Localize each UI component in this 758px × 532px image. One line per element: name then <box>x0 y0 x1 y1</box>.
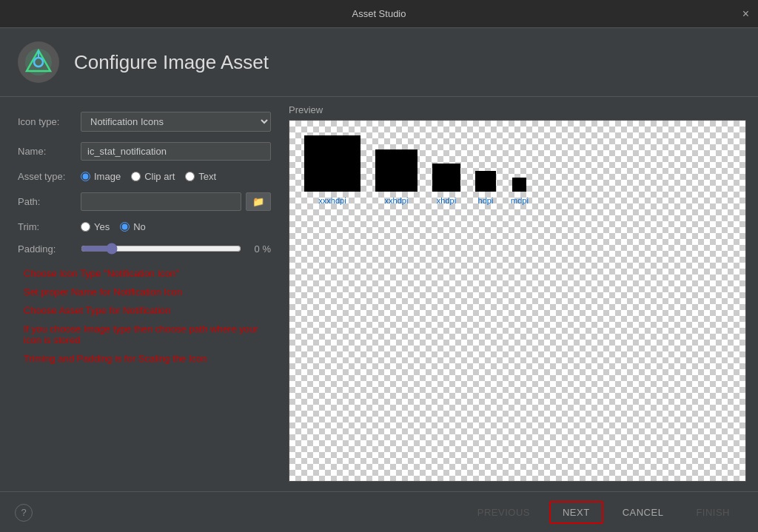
icon-xxhdpi-label: xxhdpi <box>385 196 409 205</box>
path-label: Path: <box>18 196 81 207</box>
padding-control: 0 % <box>81 243 271 255</box>
instruction-2: Set proper Name for Notification Icon <box>24 286 271 297</box>
left-panel: Icon type: Notification Icons Launcher I… <box>0 97 289 491</box>
header: Configure Image Asset <box>0 28 758 97</box>
icon-mdpi-label: mdpi <box>511 196 529 205</box>
icon-hdpi-block <box>475 171 496 192</box>
icon-type-select[interactable]: Notification Icons Launcher Icons Action… <box>81 112 271 132</box>
instruction-4: If you choose Image type then choose pat… <box>24 323 271 346</box>
icon-xxxhdpi-block <box>304 135 360 192</box>
previous-button[interactable]: PREVIOUS <box>464 501 543 524</box>
trim-yes-label: Yes <box>94 221 110 232</box>
name-label: Name: <box>18 146 81 157</box>
bottom-buttons: PREVIOUS NEXT CANCEL FINISH <box>464 501 743 524</box>
asset-type-control: Image Clip art Text <box>81 171 271 182</box>
name-row: Name: <box>18 142 271 161</box>
icon-hdpi: hdpi <box>475 171 496 205</box>
name-input[interactable] <box>81 142 271 161</box>
icon-xxhdpi: xxhdpi <box>375 149 417 205</box>
instruction-3: Choose Asset Type for Notification <box>24 305 271 316</box>
icon-xhdpi-block <box>432 164 460 192</box>
icon-xhdpi-label: xhdpi <box>437 196 456 205</box>
asset-type-row: Asset type: Image Clip art Text <box>18 171 271 182</box>
finish-button[interactable]: FINISH <box>682 501 743 524</box>
instruction-1: Choose Icon Type "Notification Icon" <box>24 268 271 279</box>
path-input[interactable] <box>81 192 241 211</box>
browse-button[interactable]: 📁 <box>246 192 271 211</box>
titlebar-title: Asset Studio <box>352 8 406 19</box>
trim-no-label: No <box>133 221 146 232</box>
trim-label: Trim: <box>18 221 81 232</box>
trim-no-option[interactable]: No <box>120 221 146 232</box>
icon-type-label: Icon type: <box>18 116 81 127</box>
icon-mdpi-block <box>512 178 526 192</box>
path-row: Path: 📁 <box>18 192 271 211</box>
trim-row: Trim: Yes No <box>18 221 271 232</box>
icon-mdpi: mdpi <box>511 178 529 205</box>
icon-xxhdpi-block <box>375 149 417 192</box>
icon-type-control: Notification Icons Launcher Icons Action… <box>81 112 271 132</box>
asset-type-image-option[interactable]: Image <box>81 171 121 182</box>
trim-yes-option[interactable]: Yes <box>81 221 110 232</box>
name-control <box>81 142 271 161</box>
help-button[interactable]: ? <box>15 504 33 522</box>
right-panel: Preview xxxhdpi xxhdpi xhdpi <box>289 97 758 491</box>
padding-label: Padding: <box>18 243 81 255</box>
icon-xhdpi: xhdpi <box>432 164 460 205</box>
trim-no-radio[interactable] <box>120 222 130 232</box>
asset-type-text-option[interactable]: Text <box>185 171 216 182</box>
bottom-bar: ? PREVIOUS NEXT CANCEL FINISH <box>0 491 758 532</box>
preview-label: Preview <box>289 104 746 115</box>
trim-yes-radio[interactable] <box>81 222 90 232</box>
icon-hdpi-label: hdpi <box>478 196 494 205</box>
asset-type-label: Asset type: <box>18 171 81 182</box>
padding-row: Padding: 0 % <box>18 243 271 255</box>
icon-xxxhdpi-label: xxxhdpi <box>318 196 346 205</box>
preview-area: xxxhdpi xxhdpi xhdpi hdpi <box>289 120 746 482</box>
trim-control: Yes No <box>81 221 271 232</box>
cancel-button[interactable]: CANCEL <box>609 501 677 524</box>
icon-type-row: Icon type: Notification Icons Launcher I… <box>18 112 271 132</box>
main-content: Icon type: Notification Icons Launcher I… <box>0 97 758 491</box>
asset-type-clipart-label: Clip art <box>144 171 175 182</box>
asset-type-clipart-radio[interactable] <box>131 172 141 181</box>
asset-type-text-label: Text <box>198 171 216 182</box>
page-title: Configure Image Asset <box>74 51 269 74</box>
asset-type-image-radio[interactable] <box>81 172 90 181</box>
padding-value: 0 % <box>249 243 271 255</box>
icons-row: xxxhdpi xxhdpi xhdpi hdpi <box>304 135 529 205</box>
instructions-panel: Choose Icon Type "Notification Icon" Set… <box>18 268 271 364</box>
next-button[interactable]: NEXT <box>549 501 603 524</box>
asset-type-clipart-option[interactable]: Clip art <box>131 171 175 182</box>
instruction-5: Triming and Padding is for Scaling the I… <box>24 353 271 364</box>
icon-xxxhdpi: xxxhdpi <box>304 135 360 205</box>
asset-type-image-label: Image <box>94 171 121 182</box>
padding-slider[interactable] <box>81 243 241 255</box>
titlebar: Asset Studio × <box>0 0 758 28</box>
logo <box>18 41 59 83</box>
path-control: 📁 <box>81 192 271 211</box>
asset-type-text-radio[interactable] <box>185 172 195 181</box>
close-button[interactable]: × <box>742 8 749 20</box>
